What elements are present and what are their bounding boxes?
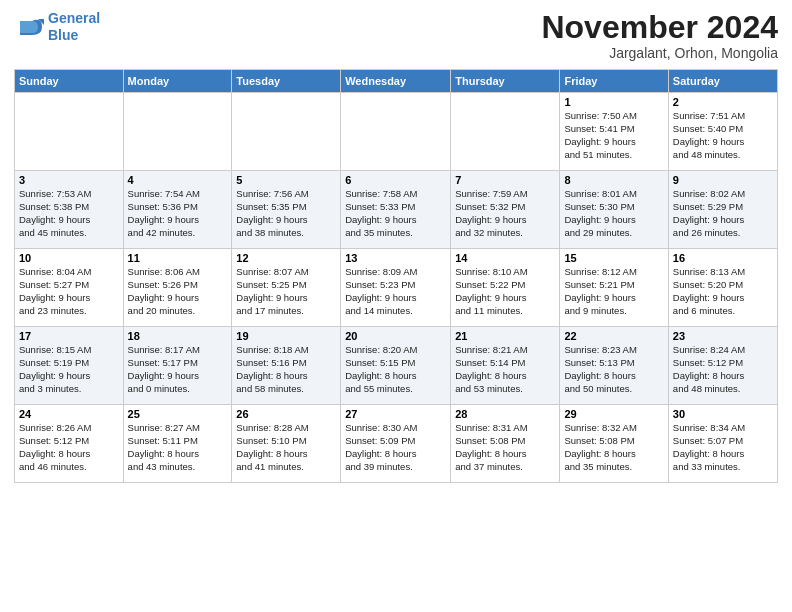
calendar-cell: 27Sunrise: 8:30 AMSunset: 5:09 PMDayligh… [341,405,451,483]
calendar-cell [451,93,560,171]
day-info: Sunrise: 8:21 AMSunset: 5:14 PMDaylight:… [455,344,555,395]
day-info: Sunrise: 8:12 AMSunset: 5:21 PMDaylight:… [564,266,663,317]
day-number: 25 [128,408,228,420]
calendar-cell: 16Sunrise: 8:13 AMSunset: 5:20 PMDayligh… [668,249,777,327]
calendar-cell: 18Sunrise: 8:17 AMSunset: 5:17 PMDayligh… [123,327,232,405]
day-info: Sunrise: 7:53 AMSunset: 5:38 PMDaylight:… [19,188,119,239]
day-number: 29 [564,408,663,420]
day-number: 23 [673,330,773,342]
calendar-cell: 15Sunrise: 8:12 AMSunset: 5:21 PMDayligh… [560,249,668,327]
day-number: 12 [236,252,336,264]
day-number: 21 [455,330,555,342]
calendar-cell [232,93,341,171]
day-info: Sunrise: 8:28 AMSunset: 5:10 PMDaylight:… [236,422,336,473]
day-info: Sunrise: 8:24 AMSunset: 5:12 PMDaylight:… [673,344,773,395]
day-number: 28 [455,408,555,420]
day-number: 24 [19,408,119,420]
calendar-cell: 13Sunrise: 8:09 AMSunset: 5:23 PMDayligh… [341,249,451,327]
weekday-header: Friday [560,70,668,93]
day-number: 16 [673,252,773,264]
day-info: Sunrise: 8:07 AMSunset: 5:25 PMDaylight:… [236,266,336,317]
day-number: 6 [345,174,446,186]
day-info: Sunrise: 8:23 AMSunset: 5:13 PMDaylight:… [564,344,663,395]
day-info: Sunrise: 8:34 AMSunset: 5:07 PMDaylight:… [673,422,773,473]
calendar-cell: 29Sunrise: 8:32 AMSunset: 5:08 PMDayligh… [560,405,668,483]
day-number: 20 [345,330,446,342]
calendar-cell: 21Sunrise: 8:21 AMSunset: 5:14 PMDayligh… [451,327,560,405]
day-info: Sunrise: 8:15 AMSunset: 5:19 PMDaylight:… [19,344,119,395]
location-subtitle: Jargalant, Orhon, Mongolia [541,45,778,61]
day-info: Sunrise: 8:27 AMSunset: 5:11 PMDaylight:… [128,422,228,473]
calendar-cell [341,93,451,171]
header: General Blue November 2024 Jargalant, Or… [14,10,778,61]
calendar-cell: 6Sunrise: 7:58 AMSunset: 5:33 PMDaylight… [341,171,451,249]
day-info: Sunrise: 8:30 AMSunset: 5:09 PMDaylight:… [345,422,446,473]
calendar-cell: 3Sunrise: 7:53 AMSunset: 5:38 PMDaylight… [15,171,124,249]
calendar-cell: 11Sunrise: 8:06 AMSunset: 5:26 PMDayligh… [123,249,232,327]
day-info: Sunrise: 8:10 AMSunset: 5:22 PMDaylight:… [455,266,555,317]
calendar-table: SundayMondayTuesdayWednesdayThursdayFrid… [14,69,778,483]
calendar-cell: 1Sunrise: 7:50 AMSunset: 5:41 PMDaylight… [560,93,668,171]
day-info: Sunrise: 8:32 AMSunset: 5:08 PMDaylight:… [564,422,663,473]
calendar-cell: 12Sunrise: 8:07 AMSunset: 5:25 PMDayligh… [232,249,341,327]
calendar-week-row: 24Sunrise: 8:26 AMSunset: 5:12 PMDayligh… [15,405,778,483]
calendar-cell [123,93,232,171]
day-info: Sunrise: 8:18 AMSunset: 5:16 PMDaylight:… [236,344,336,395]
day-info: Sunrise: 7:50 AMSunset: 5:41 PMDaylight:… [564,110,663,161]
weekday-header: Monday [123,70,232,93]
calendar-cell: 24Sunrise: 8:26 AMSunset: 5:12 PMDayligh… [15,405,124,483]
day-info: Sunrise: 8:17 AMSunset: 5:17 PMDaylight:… [128,344,228,395]
day-info: Sunrise: 7:54 AMSunset: 5:36 PMDaylight:… [128,188,228,239]
day-number: 5 [236,174,336,186]
day-number: 9 [673,174,773,186]
day-info: Sunrise: 8:04 AMSunset: 5:27 PMDaylight:… [19,266,119,317]
day-number: 18 [128,330,228,342]
calendar-cell: 30Sunrise: 8:34 AMSunset: 5:07 PMDayligh… [668,405,777,483]
calendar-cell: 20Sunrise: 8:20 AMSunset: 5:15 PMDayligh… [341,327,451,405]
calendar-cell: 22Sunrise: 8:23 AMSunset: 5:13 PMDayligh… [560,327,668,405]
weekday-header: Thursday [451,70,560,93]
day-number: 10 [19,252,119,264]
month-title: November 2024 [541,10,778,45]
weekday-header: Sunday [15,70,124,93]
day-number: 30 [673,408,773,420]
calendar-cell: 17Sunrise: 8:15 AMSunset: 5:19 PMDayligh… [15,327,124,405]
day-number: 22 [564,330,663,342]
day-info: Sunrise: 8:06 AMSunset: 5:26 PMDaylight:… [128,266,228,317]
calendar-cell: 25Sunrise: 8:27 AMSunset: 5:11 PMDayligh… [123,405,232,483]
day-number: 4 [128,174,228,186]
calendar-header-row: SundayMondayTuesdayWednesdayThursdayFrid… [15,70,778,93]
day-number: 27 [345,408,446,420]
day-number: 7 [455,174,555,186]
day-number: 11 [128,252,228,264]
day-number: 3 [19,174,119,186]
calendar-week-row: 10Sunrise: 8:04 AMSunset: 5:27 PMDayligh… [15,249,778,327]
calendar-cell: 19Sunrise: 8:18 AMSunset: 5:16 PMDayligh… [232,327,341,405]
day-number: 8 [564,174,663,186]
calendar-cell: 2Sunrise: 7:51 AMSunset: 5:40 PMDaylight… [668,93,777,171]
calendar-cell: 10Sunrise: 8:04 AMSunset: 5:27 PMDayligh… [15,249,124,327]
logo: General Blue [14,10,100,44]
day-info: Sunrise: 8:20 AMSunset: 5:15 PMDaylight:… [345,344,446,395]
logo-line1: General [48,10,100,26]
day-number: 26 [236,408,336,420]
calendar-week-row: 17Sunrise: 8:15 AMSunset: 5:19 PMDayligh… [15,327,778,405]
day-info: Sunrise: 8:13 AMSunset: 5:20 PMDaylight:… [673,266,773,317]
day-info: Sunrise: 7:51 AMSunset: 5:40 PMDaylight:… [673,110,773,161]
weekday-header: Wednesday [341,70,451,93]
calendar-cell [15,93,124,171]
calendar-week-row: 3Sunrise: 7:53 AMSunset: 5:38 PMDaylight… [15,171,778,249]
logo-icon [14,13,44,41]
page-container: General Blue November 2024 Jargalant, Or… [0,0,792,493]
day-number: 1 [564,96,663,108]
day-info: Sunrise: 7:59 AMSunset: 5:32 PMDaylight:… [455,188,555,239]
day-info: Sunrise: 7:58 AMSunset: 5:33 PMDaylight:… [345,188,446,239]
calendar-week-row: 1Sunrise: 7:50 AMSunset: 5:41 PMDaylight… [15,93,778,171]
day-info: Sunrise: 8:26 AMSunset: 5:12 PMDaylight:… [19,422,119,473]
calendar-cell: 7Sunrise: 7:59 AMSunset: 5:32 PMDaylight… [451,171,560,249]
calendar-cell: 4Sunrise: 7:54 AMSunset: 5:36 PMDaylight… [123,171,232,249]
calendar-cell: 8Sunrise: 8:01 AMSunset: 5:30 PMDaylight… [560,171,668,249]
title-block: November 2024 Jargalant, Orhon, Mongolia [541,10,778,61]
day-number: 17 [19,330,119,342]
calendar-body: 1Sunrise: 7:50 AMSunset: 5:41 PMDaylight… [15,93,778,483]
